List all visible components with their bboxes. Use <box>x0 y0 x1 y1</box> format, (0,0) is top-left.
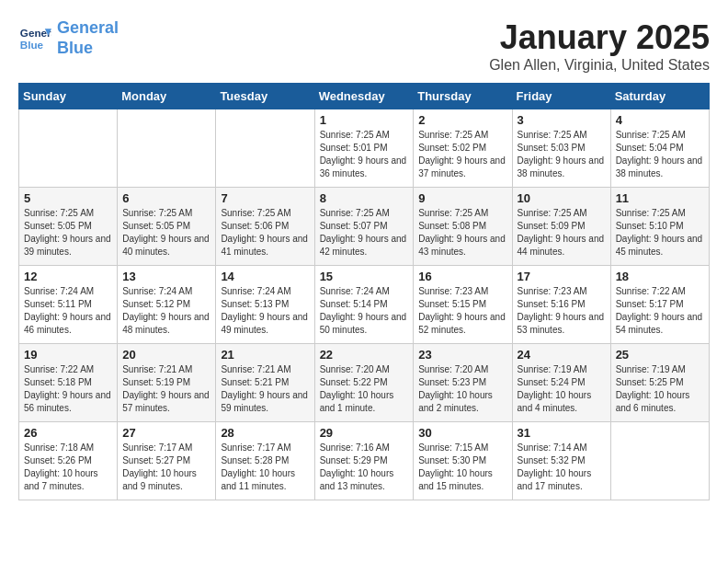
location-title: Glen Allen, Virginia, United States <box>489 57 710 74</box>
day-number: 7 <box>221 191 309 205</box>
calendar-cell: 18Sunrise: 7:22 AM Sunset: 5:17 PM Dayli… <box>610 266 709 344</box>
calendar-cell: 12Sunrise: 7:24 AM Sunset: 5:11 PM Dayli… <box>19 266 118 344</box>
day-info: Sunrise: 7:25 AM Sunset: 5:05 PM Dayligh… <box>122 207 210 259</box>
day-info: Sunrise: 7:25 AM Sunset: 5:07 PM Dayligh… <box>320 207 409 259</box>
calendar-cell: 5Sunrise: 7:25 AM Sunset: 5:05 PM Daylig… <box>19 188 118 266</box>
day-info: Sunrise: 7:20 AM Sunset: 5:23 PM Dayligh… <box>418 363 506 415</box>
day-info: Sunrise: 7:17 AM Sunset: 5:27 PM Dayligh… <box>122 442 210 493</box>
day-number: 18 <box>616 270 704 283</box>
col-header-friday: Friday <box>512 84 610 109</box>
day-number: 22 <box>320 348 409 362</box>
col-header-thursday: Thursday <box>414 84 512 109</box>
calendar-cell: 14Sunrise: 7:24 AM Sunset: 5:13 PM Dayli… <box>216 266 314 344</box>
day-number: 23 <box>418 348 506 362</box>
day-info: Sunrise: 7:24 AM Sunset: 5:14 PM Dayligh… <box>320 285 409 337</box>
day-number: 31 <box>518 426 606 440</box>
calendar-cell <box>19 109 118 188</box>
day-info: Sunrise: 7:25 AM Sunset: 5:03 PM Dayligh… <box>518 129 606 180</box>
day-number: 3 <box>518 113 606 127</box>
calendar-table: SundayMondayTuesdayWednesdayThursdayFrid… <box>18 83 710 500</box>
day-info: Sunrise: 7:22 AM Sunset: 5:17 PM Dayligh… <box>616 285 704 337</box>
week-row-1: 5Sunrise: 7:25 AM Sunset: 5:05 PM Daylig… <box>19 188 710 266</box>
day-number: 12 <box>24 270 112 283</box>
day-number: 2 <box>418 113 506 127</box>
calendar-cell: 1Sunrise: 7:25 AM Sunset: 5:01 PM Daylig… <box>314 109 414 188</box>
calendar-cell: 13Sunrise: 7:24 AM Sunset: 5:12 PM Dayli… <box>118 266 216 344</box>
day-number: 20 <box>122 348 210 362</box>
day-number: 6 <box>122 191 210 205</box>
calendar-cell: 23Sunrise: 7:20 AM Sunset: 5:23 PM Dayli… <box>414 344 512 422</box>
day-number: 28 <box>221 426 309 440</box>
col-header-wednesday: Wednesday <box>314 84 414 109</box>
day-number: 17 <box>518 270 606 283</box>
day-info: Sunrise: 7:15 AM Sunset: 5:30 PM Dayligh… <box>418 442 506 493</box>
day-info: Sunrise: 7:18 AM Sunset: 5:26 PM Dayligh… <box>24 442 112 493</box>
calendar-cell: 26Sunrise: 7:18 AM Sunset: 5:26 PM Dayli… <box>19 422 118 500</box>
calendar-cell <box>216 109 314 188</box>
day-info: Sunrise: 7:16 AM Sunset: 5:29 PM Dayligh… <box>320 442 409 493</box>
title-area: January 2025 Glen Allen, Virginia, Unite… <box>489 18 710 74</box>
day-number: 13 <box>122 270 210 283</box>
calendar-cell: 8Sunrise: 7:25 AM Sunset: 5:07 PM Daylig… <box>314 188 414 266</box>
calendar-cell: 21Sunrise: 7:21 AM Sunset: 5:21 PM Dayli… <box>216 344 314 422</box>
svg-text:General: General <box>20 27 51 39</box>
day-number: 11 <box>616 191 704 205</box>
logo-text: General Blue <box>57 18 119 58</box>
week-row-3: 19Sunrise: 7:22 AM Sunset: 5:18 PM Dayli… <box>19 344 710 422</box>
day-number: 9 <box>418 191 506 205</box>
calendar-cell: 31Sunrise: 7:14 AM Sunset: 5:32 PM Dayli… <box>512 422 610 500</box>
day-number: 27 <box>122 426 210 440</box>
calendar-cell: 16Sunrise: 7:23 AM Sunset: 5:15 PM Dayli… <box>414 266 512 344</box>
calendar-cell: 27Sunrise: 7:17 AM Sunset: 5:27 PM Dayli… <box>118 422 216 500</box>
calendar-cell: 24Sunrise: 7:19 AM Sunset: 5:24 PM Dayli… <box>512 344 610 422</box>
day-info: Sunrise: 7:25 AM Sunset: 5:02 PM Dayligh… <box>418 129 506 180</box>
calendar-cell: 19Sunrise: 7:22 AM Sunset: 5:18 PM Dayli… <box>19 344 118 422</box>
day-number: 5 <box>24 191 112 205</box>
calendar-cell: 4Sunrise: 7:25 AM Sunset: 5:04 PM Daylig… <box>610 109 709 188</box>
calendar-cell: 28Sunrise: 7:17 AM Sunset: 5:28 PM Dayli… <box>216 422 314 500</box>
week-row-0: 1Sunrise: 7:25 AM Sunset: 5:01 PM Daylig… <box>19 109 710 188</box>
day-info: Sunrise: 7:21 AM Sunset: 5:21 PM Dayligh… <box>221 363 309 415</box>
day-info: Sunrise: 7:17 AM Sunset: 5:28 PM Dayligh… <box>221 442 309 493</box>
day-info: Sunrise: 7:25 AM Sunset: 5:10 PM Dayligh… <box>616 207 704 259</box>
calendar-cell: 2Sunrise: 7:25 AM Sunset: 5:02 PM Daylig… <box>414 109 512 188</box>
col-header-tuesday: Tuesday <box>216 84 314 109</box>
calendar-cell <box>118 109 216 188</box>
day-info: Sunrise: 7:24 AM Sunset: 5:12 PM Dayligh… <box>122 285 210 337</box>
day-number: 4 <box>616 113 704 127</box>
week-row-2: 12Sunrise: 7:24 AM Sunset: 5:11 PM Dayli… <box>19 266 710 344</box>
day-number: 26 <box>24 426 112 440</box>
day-number: 21 <box>221 348 309 362</box>
day-number: 14 <box>221 270 309 283</box>
day-info: Sunrise: 7:25 AM Sunset: 5:08 PM Dayligh… <box>418 207 506 259</box>
day-info: Sunrise: 7:22 AM Sunset: 5:18 PM Dayligh… <box>24 363 112 415</box>
day-info: Sunrise: 7:19 AM Sunset: 5:24 PM Dayligh… <box>518 363 606 415</box>
calendar-cell: 20Sunrise: 7:21 AM Sunset: 5:19 PM Dayli… <box>118 344 216 422</box>
day-info: Sunrise: 7:19 AM Sunset: 5:25 PM Dayligh… <box>616 363 704 415</box>
day-info: Sunrise: 7:24 AM Sunset: 5:13 PM Dayligh… <box>221 285 309 337</box>
day-info: Sunrise: 7:23 AM Sunset: 5:15 PM Dayligh… <box>418 285 506 337</box>
col-header-monday: Monday <box>118 84 216 109</box>
calendar-cell: 7Sunrise: 7:25 AM Sunset: 5:06 PM Daylig… <box>216 188 314 266</box>
day-number: 16 <box>418 270 506 283</box>
day-info: Sunrise: 7:24 AM Sunset: 5:11 PM Dayligh… <box>24 285 112 337</box>
logo-line2: Blue <box>57 39 93 57</box>
svg-text:Blue: Blue <box>20 38 44 50</box>
calendar-cell: 15Sunrise: 7:24 AM Sunset: 5:14 PM Dayli… <box>314 266 414 344</box>
calendar-cell: 10Sunrise: 7:25 AM Sunset: 5:09 PM Dayli… <box>512 188 610 266</box>
day-number: 19 <box>24 348 112 362</box>
day-info: Sunrise: 7:25 AM Sunset: 5:01 PM Dayligh… <box>320 129 409 180</box>
day-number: 24 <box>518 348 606 362</box>
day-number: 30 <box>418 426 506 440</box>
logo: General Blue General Blue <box>18 18 119 58</box>
month-title: January 2025 <box>489 18 710 57</box>
calendar-cell: 25Sunrise: 7:19 AM Sunset: 5:25 PM Dayli… <box>610 344 709 422</box>
day-number: 1 <box>320 113 409 127</box>
day-info: Sunrise: 7:25 AM Sunset: 5:05 PM Dayligh… <box>24 207 112 259</box>
calendar-cell: 3Sunrise: 7:25 AM Sunset: 5:03 PM Daylig… <box>512 109 610 188</box>
header: General Blue General Blue January 2025 G… <box>18 18 710 74</box>
week-row-4: 26Sunrise: 7:18 AM Sunset: 5:26 PM Dayli… <box>19 422 710 500</box>
day-number: 25 <box>616 348 704 362</box>
calendar-cell: 9Sunrise: 7:25 AM Sunset: 5:08 PM Daylig… <box>414 188 512 266</box>
day-info: Sunrise: 7:14 AM Sunset: 5:32 PM Dayligh… <box>518 442 606 493</box>
